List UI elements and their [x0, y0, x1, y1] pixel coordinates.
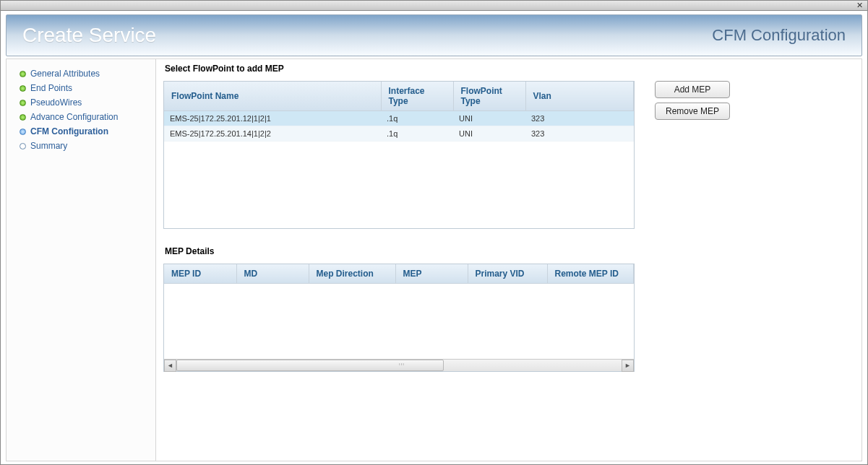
scroll-right-icon[interactable]: ► — [622, 360, 634, 372]
close-icon[interactable]: ✕ — [855, 1, 864, 10]
mep-table-body — [164, 284, 634, 359]
cell-iftype: .1q — [381, 111, 453, 126]
col-mep-id[interactable]: MEP ID — [164, 264, 236, 284]
button-column: Add MEP Remove MEP — [655, 81, 730, 229]
col-flowpoint-type[interactable]: FlowPoint Type — [453, 82, 525, 111]
flowpoint-area: FlowPoint Name Interface Type FlowPoint … — [163, 81, 847, 229]
mep-table-wrap: MEP ID MD Mep Direction MEP Primary VID … — [163, 264, 635, 372]
scroll-track[interactable]: ııı — [176, 360, 622, 371]
step-bullet-icon — [20, 85, 26, 92]
col-flowpoint-name[interactable]: FlowPoint Name — [164, 82, 381, 111]
scroll-grip-icon: ııı — [399, 362, 405, 366]
flowpoint-table-wrap: FlowPoint Name Interface Type FlowPoint … — [163, 81, 635, 229]
step-bullet-icon — [20, 114, 26, 121]
table-row[interactable]: EMS-25|172.25.201.14|1|2|2.1qUNI323 — [164, 126, 634, 142]
cell-name: EMS-25|172.25.201.12|1|2|1 — [164, 111, 381, 126]
dialog-body: General AttributesEnd PointsPseudoWiresA… — [6, 58, 862, 461]
dialog-header: Create Service CFM Configuration — [6, 14, 862, 56]
flowpoint-section-title: Select FlowPoint to add MEP — [165, 64, 847, 74]
cell-name: EMS-25|172.25.201.14|1|2|2 — [164, 126, 381, 142]
dialog-subtitle: CFM Configuration — [712, 26, 846, 45]
cell-fptype: UNI — [453, 111, 525, 126]
mep-table: MEP ID MD Mep Direction MEP Primary VID … — [164, 264, 634, 284]
wizard-step-label: General Attributes — [30, 69, 100, 79]
col-interface-type[interactable]: Interface Type — [381, 82, 453, 111]
wizard-step-end-points[interactable]: End Points — [7, 81, 155, 95]
add-mep-button[interactable]: Add MEP — [655, 81, 730, 98]
wizard-sidebar: General AttributesEnd PointsPseudoWiresA… — [6, 58, 156, 461]
cell-fptype: UNI — [453, 126, 525, 142]
dialog-title: Create Service — [22, 24, 156, 47]
titlebar: ✕ — [1, 1, 867, 11]
col-primary-vid[interactable]: Primary VID — [468, 264, 547, 284]
step-bullet-icon — [20, 71, 26, 77]
wizard-step-label: Summary — [30, 141, 67, 151]
cell-vlan: 323 — [525, 111, 634, 126]
col-md[interactable]: MD — [236, 264, 309, 284]
table-row[interactable]: EMS-25|172.25.201.12|1|2|1.1qUNI323 — [164, 111, 634, 126]
wizard-step-advance-configuration[interactable]: Advance Configuration — [7, 110, 155, 124]
step-bullet-icon — [20, 100, 26, 106]
col-remote-mep-id[interactable]: Remote MEP ID — [547, 264, 634, 284]
wizard-step-general-attributes[interactable]: General Attributes — [7, 66, 155, 81]
wizard-step-cfm-configuration[interactable]: CFM Configuration — [7, 124, 155, 139]
wizard-step-summary[interactable]: Summary — [7, 139, 155, 153]
wizard-step-label: PseudoWires — [30, 97, 82, 108]
main-panel: Select FlowPoint to add MEP FlowPoint Na… — [156, 58, 862, 461]
wizard-step-label: End Points — [30, 83, 72, 93]
step-bullet-icon — [20, 143, 26, 149]
dialog-window: ✕ Create Service CFM Configuration Gener… — [0, 0, 868, 465]
cell-vlan: 323 — [525, 126, 634, 142]
col-vlan[interactable]: Vlan — [525, 82, 634, 111]
cell-iftype: .1q — [381, 126, 453, 142]
mep-section: MEP Details MEP ID MD Mep Direction MEP … — [163, 246, 847, 372]
flowpoint-table: FlowPoint Name Interface Type FlowPoint … — [164, 82, 634, 142]
wizard-step-label: Advance Configuration — [30, 112, 118, 122]
scroll-left-icon[interactable]: ◄ — [164, 360, 176, 372]
wizard-step-pseudowires[interactable]: PseudoWires — [7, 95, 155, 110]
mep-hscrollbar[interactable]: ◄ ııı ► — [164, 359, 634, 371]
wizard-step-label: CFM Configuration — [30, 126, 108, 136]
col-mep-direction[interactable]: Mep Direction — [309, 264, 395, 284]
remove-mep-button[interactable]: Remove MEP — [655, 103, 730, 120]
mep-section-title: MEP Details — [165, 246, 847, 256]
step-bullet-icon — [20, 129, 26, 135]
col-mep[interactable]: MEP — [395, 264, 468, 284]
